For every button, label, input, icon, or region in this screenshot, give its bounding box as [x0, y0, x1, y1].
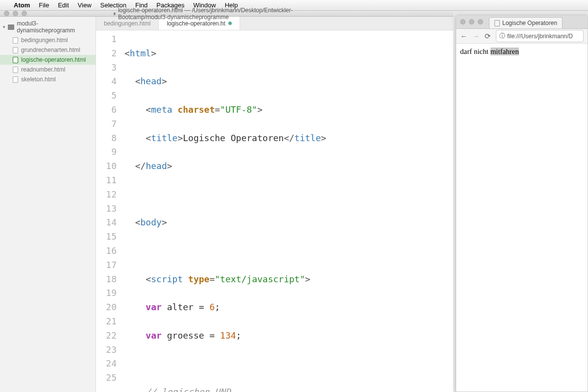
tab-modified-icon: [228, 22, 232, 25]
traffic-lights[interactable]: [460, 19, 483, 28]
line-gutter: 1234567891011121314151617181920212223242…: [96, 30, 122, 392]
atom-window: logische-operatoren.html — /Users/jbrink…: [0, 11, 453, 392]
page-text-selected: mitfahren: [490, 48, 519, 55]
tree-file-label: grundrechenarten.html: [21, 47, 80, 53]
browser-viewport[interactable]: darf nicht mitfahren: [456, 44, 588, 392]
file-tree-sidebar[interactable]: ▾ modul3-dynamischeprogramm bedingungen.…: [0, 17, 96, 392]
back-icon[interactable]: ←: [460, 32, 467, 40]
browser-window: Logische Operatoren ← → ⟳ ⓘ file:///User…: [456, 15, 588, 392]
code-editor[interactable]: 1234567891011121314151617181920212223242…: [96, 30, 453, 392]
code-content[interactable]: <html> <head> <meta charset="UTF-8"> <ti…: [122, 30, 453, 392]
browser-toolbar: ← → ⟳ ⓘ file:///Users/jbrinkmann/D: [456, 29, 588, 44]
tree-file-label: skeleton.html: [21, 76, 56, 83]
editor-pane: bedingungen.html logische-operatoren.ht …: [96, 17, 453, 392]
tree-file-label: bedingungen.html: [21, 37, 68, 44]
tree-root-folder[interactable]: ▾ modul3-dynamischeprogramm: [0, 19, 96, 35]
window-title-text: logische-operatoren.html — /Users/jbrink…: [118, 7, 340, 21]
zoom-dot[interactable]: [478, 19, 483, 24]
minimize-dot[interactable]: [13, 11, 18, 16]
forward-icon[interactable]: →: [472, 32, 480, 40]
window-title: logische-operatoren.html — /Users/jbrink…: [113, 7, 340, 21]
folder-icon: [8, 24, 14, 30]
close-dot[interactable]: [460, 19, 466, 24]
tree-root-label: modul3-dynamischeprogramm: [17, 20, 93, 34]
tree-file[interactable]: skeleton.html: [0, 74, 96, 84]
close-dot[interactable]: [4, 11, 9, 16]
menu-edit[interactable]: Edit: [58, 1, 69, 9]
minimize-dot[interactable]: [469, 19, 474, 24]
file-icon: [13, 57, 18, 63]
file-icon: [13, 76, 18, 83]
address-bar[interactable]: ⓘ file:///Users/jbrinkmann/D: [496, 30, 584, 42]
chevron-down-icon: ▾: [3, 24, 5, 29]
file-icon: [13, 37, 18, 44]
browser-tab-label: Logische Operatoren: [502, 20, 557, 26]
atom-titlebar[interactable]: logische-operatoren.html — /Users/jbrink…: [0, 11, 453, 17]
reload-icon[interactable]: ⟳: [485, 32, 491, 41]
info-icon: ⓘ: [499, 32, 505, 40]
tab-label: bedingungen.html: [104, 20, 150, 27]
menu-app[interactable]: Atom: [14, 1, 30, 9]
file-icon: [13, 67, 18, 73]
traffic-lights[interactable]: [4, 11, 27, 16]
menu-view[interactable]: View: [78, 1, 92, 9]
tree-file[interactable]: readnumber.html: [0, 65, 96, 74]
tree-file[interactable]: bedingungen.html: [0, 35, 96, 45]
address-text: file:///Users/jbrinkmann/D: [507, 33, 573, 40]
tree-file-label: logische-operatoren.html: [21, 56, 86, 63]
page-text: darf nicht: [460, 48, 490, 55]
browser-tab[interactable]: Logische Operatoren: [489, 17, 563, 28]
zoom-dot[interactable]: [22, 11, 27, 16]
file-icon: [13, 47, 18, 53]
tree-file-label: readnumber.html: [21, 66, 65, 73]
modified-indicator-icon: [113, 12, 116, 15]
page-icon: [494, 20, 500, 26]
browser-tab-strip: Logische Operatoren: [456, 15, 588, 29]
tree-file-active[interactable]: logische-operatoren.html: [0, 55, 96, 65]
menu-file[interactable]: File: [39, 1, 49, 9]
tree-file[interactable]: grundrechenarten.html: [0, 45, 96, 55]
tab-label: logische-operatoren.ht: [167, 20, 225, 27]
